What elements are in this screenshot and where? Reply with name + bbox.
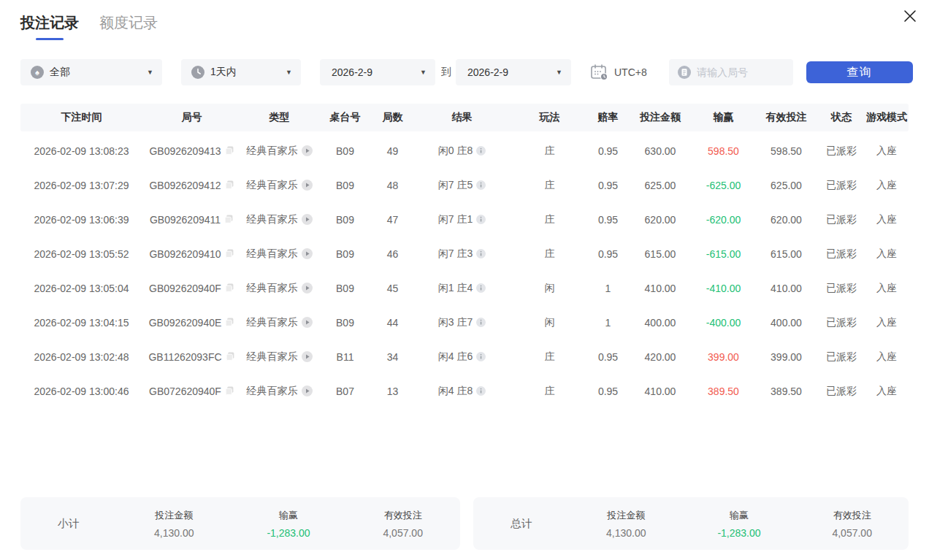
copy-icon[interactable]	[225, 180, 234, 190]
play-video-icon[interactable]	[302, 180, 313, 191]
chevron-down-icon: ▼	[147, 69, 153, 76]
copy-icon[interactable]	[225, 146, 234, 156]
copy-icon[interactable]	[225, 318, 234, 327]
cell-odds: 1	[588, 271, 628, 305]
cell-round-count: 48	[372, 168, 413, 202]
cell-type: 经典百家乐	[241, 134, 318, 168]
round-id-text: GB0926209413	[149, 145, 221, 157]
date-from-select[interactable]: 2026-2-9 ▼	[320, 59, 435, 85]
chevron-down-icon: ▼	[286, 69, 292, 76]
tab-quota-records-label: 额度记录	[99, 15, 158, 31]
cell-bet-time: 2026-02-09 13:05:52	[20, 237, 142, 271]
col-type: 类型	[241, 104, 318, 131]
copy-icon[interactable]	[225, 249, 234, 258]
col-play: 玩法	[511, 104, 588, 131]
cell-status: 已派彩	[818, 305, 865, 340]
cell-status: 已派彩	[818, 340, 865, 374]
game-type-select[interactable]: ♠ 全部 ▼	[20, 59, 162, 85]
cell-game-mode: 入座	[865, 168, 909, 202]
play-video-icon[interactable]	[302, 283, 313, 294]
copy-icon[interactable]	[224, 215, 234, 224]
chevron-down-icon: ▼	[420, 69, 427, 76]
total-card: 总计 投注金额 4,130.00 输赢 -1,283.00 有效投注 4,057…	[473, 497, 909, 550]
cell-bet-time: 2026-02-09 13:08:23	[20, 134, 142, 168]
info-icon[interactable]	[476, 318, 486, 327]
result-text: 闲1 庄4	[438, 282, 473, 295]
total-valid-bet: 有效投注 4,057.00	[795, 509, 909, 539]
close-icon	[902, 8, 918, 24]
cell-odds: 0.95	[588, 134, 628, 168]
table-row: 2026-02-09 13:07:29GB0926209412经典百家乐B094…	[20, 168, 909, 202]
cell-status: 已派彩	[818, 271, 865, 305]
cell-game-mode: 入座	[865, 202, 909, 237]
table-body: 2026-02-09 13:08:23GB0926209413经典百家乐B094…	[0, 134, 929, 408]
cell-valid-bet: 399.00	[754, 340, 818, 374]
play-video-icon[interactable]	[302, 351, 313, 362]
round-number-input[interactable]	[697, 66, 781, 78]
cell-game-mode: 入座	[865, 374, 909, 408]
stat-value: 4,130.00	[570, 527, 683, 539]
total-stats: 投注金额 4,130.00 输赢 -1,283.00 有效投注 4,057.00	[570, 509, 909, 539]
tab-quota-records[interactable]: 额度记录	[99, 13, 158, 40]
cell-valid-bet: 598.50	[754, 134, 818, 168]
type-text: 经典百家乐	[247, 145, 298, 158]
col-win-loss: 输赢	[692, 104, 754, 131]
copy-icon[interactable]	[225, 386, 234, 396]
cell-status: 已派彩	[818, 168, 865, 202]
close-button[interactable]	[900, 6, 920, 26]
cell-result: 闲3 庄7	[413, 305, 511, 340]
play-video-icon[interactable]	[302, 386, 313, 396]
timezone-display[interactable]: UTC+8	[590, 59, 647, 85]
table-row: 2026-02-09 13:05:04GB092620940F经典百家乐B094…	[20, 271, 909, 305]
info-icon[interactable]	[476, 249, 486, 258]
subtotal-win-loss: 输赢 -1,283.00	[232, 509, 346, 539]
tab-bet-records[interactable]: 投注记录	[20, 13, 79, 40]
info-icon[interactable]	[476, 352, 486, 361]
cell-win-loss: 389.50	[692, 374, 754, 408]
col-bet-time: 下注时间	[20, 104, 142, 131]
cell-win-loss: -400.00	[692, 305, 754, 340]
play-video-icon[interactable]	[302, 145, 313, 156]
cell-result: 闲7 庄3	[413, 237, 511, 271]
cell-round-id: GB072620940F	[142, 374, 241, 408]
subtotal-valid-bet: 有效投注 4,057.00	[345, 509, 460, 539]
round-number-field[interactable]	[669, 59, 793, 85]
info-icon[interactable]	[476, 386, 486, 396]
cell-round-count: 49	[372, 134, 413, 168]
cell-odds: 0.95	[588, 202, 628, 237]
cell-table-no: B09	[318, 305, 372, 340]
cell-bet-amount: 400.00	[628, 305, 692, 340]
time-range-select[interactable]: 1天内 ▼	[181, 59, 301, 85]
info-icon[interactable]	[476, 215, 486, 224]
date-to-select[interactable]: 2026-2-9 ▼	[456, 59, 571, 85]
cell-bet-time: 2026-02-09 13:00:46	[20, 374, 142, 408]
type-text: 经典百家乐	[247, 282, 298, 295]
cell-type: 经典百家乐	[241, 168, 318, 202]
cell-play: 闲	[511, 305, 588, 340]
stat-value: 4,057.00	[345, 527, 460, 539]
total-title: 总计	[473, 517, 570, 531]
spade-circle-icon: ♠	[31, 66, 44, 79]
cell-play: 庄	[511, 340, 588, 374]
play-video-icon[interactable]	[302, 214, 313, 225]
info-icon[interactable]	[476, 146, 486, 156]
cell-round-id: GB092620940F	[142, 271, 241, 305]
cell-odds: 0.95	[588, 340, 628, 374]
cell-valid-bet: 625.00	[754, 168, 818, 202]
round-id-text: GB0926209410	[149, 248, 221, 260]
copy-icon[interactable]	[226, 352, 235, 361]
table-row: 2026-02-09 13:02:48GB11262093FC经典百家乐B113…	[20, 340, 909, 374]
play-video-icon[interactable]	[302, 317, 313, 328]
cell-win-loss: -625.00	[692, 168, 754, 202]
col-round-id: 局号	[142, 104, 241, 131]
cell-valid-bet: 389.50	[754, 374, 818, 408]
copy-icon[interactable]	[225, 283, 234, 293]
subtotal-stats: 投注金额 4,130.00 输赢 -1,283.00 有效投注 4,057.00	[117, 509, 460, 539]
query-button[interactable]: 查询	[806, 61, 913, 83]
info-icon[interactable]	[476, 180, 486, 190]
play-video-icon[interactable]	[302, 248, 313, 259]
subtotal-card: 小计 投注金额 4,130.00 输赢 -1,283.00 有效投注 4,057…	[20, 497, 460, 550]
info-icon[interactable]	[476, 283, 486, 293]
cell-win-loss: -615.00	[692, 237, 754, 271]
cell-result: 闲4 庄6	[413, 340, 511, 374]
